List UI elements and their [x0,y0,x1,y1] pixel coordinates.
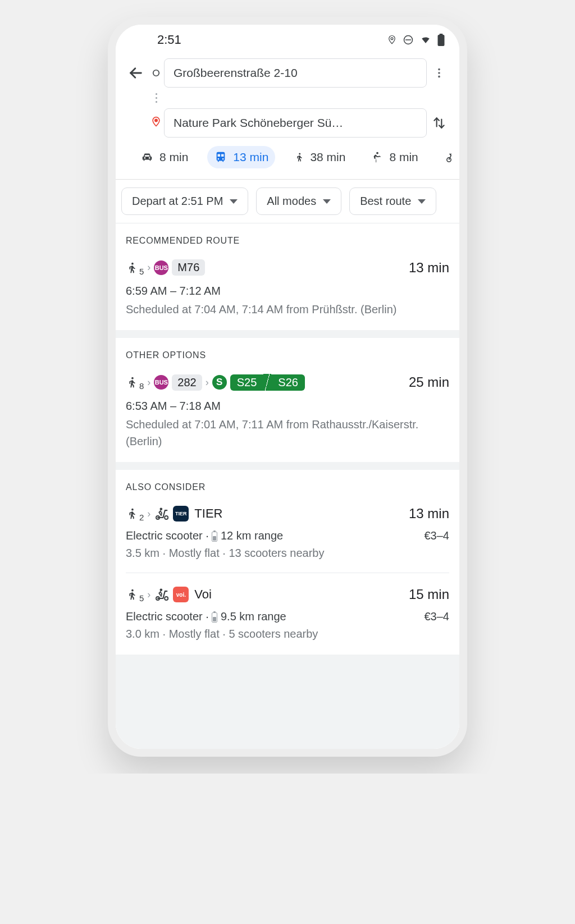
route-card[interactable]: 5 › voi. Voi 15 min Electric scooter · [116,573,459,655]
bus-icon: BUS [154,260,168,275]
chevron-icon: › [206,377,209,388]
section-recommended: RECOMMENDED ROUTE [116,223,459,254]
svg-point-10 [155,119,157,121]
mode-tab-car[interactable]: 8 min [134,146,195,168]
section-also: ALSO CONSIDER [116,470,459,500]
caret-icon [323,199,331,204]
svg-point-18 [131,509,134,511]
mode-tabs: 8 min 13 min 38 min 8 min [124,138,451,179]
route-duration: 25 min [409,374,449,390]
voi-logo-icon: voi. [173,587,189,602]
status-tray [387,34,445,46]
svg-point-9 [438,76,440,78]
walk-segment: 2 [126,506,144,521]
section-other: OTHER OPTIONS [116,338,459,368]
walk-minutes: 8 [139,381,144,391]
svg-point-16 [131,262,134,264]
route-detail: Scheduled at 7:01 AM, 7:11 AM from Ratha… [126,416,449,450]
svg-point-7 [438,68,440,71]
more-button[interactable] [427,61,451,85]
battery-level-icon [212,612,217,623]
route-steps: 5 › BUS M76 [126,259,205,276]
destination-icon [150,115,162,131]
route-steps: 8 › BUS 282 › S S25 S26 [126,374,305,391]
chevron-icon: › [147,377,150,388]
brand-name: Voi [194,587,212,602]
route-detail: 3.0 km · Mostly flat · 5 scooters nearby [126,625,399,642]
mode-ride-label: 8 min [389,150,418,164]
walk-minutes: 5 [139,267,144,276]
route-header: Großbeerenstraße 2-10 Nature Park Schöne… [116,55,459,179]
mode-tab-ride[interactable]: 8 min [364,145,425,169]
modes-chip[interactable]: All modes [256,187,341,215]
bus-icon: BUS [154,375,168,390]
modes-label: All modes [267,195,316,208]
svg-point-6 [153,70,159,76]
pref-chip[interactable]: Best route [349,187,436,215]
mode-transit-label: 13 min [233,150,268,164]
sbahn-line: S26 [271,374,305,391]
phone-frame: 2:51 Großbeerenstraße 2-10 [108,17,467,757]
origin-field[interactable]: Großbeerenstraße 2-10 [164,58,427,88]
scooter-icon [154,587,170,602]
route-steps: 5 › voi. Voi [126,587,212,602]
bus-line: M76 [172,259,205,276]
bus-line: 282 [172,374,202,391]
caret-icon [418,199,426,204]
wifi-icon [419,35,432,45]
chevron-icon: › [147,508,150,520]
mode-tab-transit[interactable]: 13 min [207,146,275,168]
svg-point-21 [160,508,163,511]
route-times: 6:59 AM – 7:12 AM [126,285,449,298]
screen: 2:51 Großbeerenstraße 2-10 [116,25,459,749]
swap-button[interactable] [427,111,451,135]
range: 9.5 km range [221,610,286,623]
filter-bar: Depart at 2:51 PM All modes Best route [116,180,459,223]
svg-point-8 [438,72,440,74]
route-times: 6:53 AM – 7:18 AM [126,400,449,413]
price: €3–4 [399,529,449,542]
route-card[interactable]: 2 › TIER TIER 13 min Electric scooter · [116,500,459,573]
brand-name: TIER [194,506,222,521]
caret-icon [230,199,238,204]
destination-field[interactable]: Nature Park Schöneberger Sü… [164,108,427,138]
vehicle-type: Electric scooter · [126,529,212,542]
svg-point-12 [377,152,379,154]
svg-point-11 [299,153,301,155]
dnd-icon [403,34,414,45]
svg-rect-3 [438,35,445,46]
sbahn-lines: S25 S26 [230,374,305,391]
destination-text: Nature Park Schöneberger Sü… [174,116,343,130]
status-bar: 2:51 [116,25,459,55]
route-steps: 2 › TIER TIER [126,506,222,522]
battery-icon [437,34,445,46]
tier-logo-icon: TIER [173,506,189,522]
svg-point-24 [165,597,168,600]
route-duration: 13 min [409,260,449,276]
mode-tab-walk[interactable]: 38 min [288,145,352,169]
svg-point-22 [131,589,134,592]
depart-label: Depart at 2:51 PM [132,195,223,208]
route-card[interactable]: 5 › BUS M76 13 min 6:59 AM – 7:12 AM Sch… [116,254,459,330]
range: 12 km range [221,529,283,542]
walk-minutes: 5 [139,593,144,603]
origin-icon [149,66,163,80]
sbahn-line: S25 [230,374,264,391]
scooter-icon [154,506,170,522]
mode-tab-bike[interactable] [437,147,451,168]
svg-point-17 [131,377,134,379]
chevron-icon: › [147,262,150,273]
svg-point-25 [160,589,163,592]
origin-text: Großbeerenstraße 2-10 [174,66,298,80]
svg-point-20 [165,516,168,519]
walk-segment: 8 [126,375,144,390]
mode-car-label: 8 min [159,150,188,164]
route-detail: Scheduled at 7:04 AM, 7:14 AM from Prühß… [126,301,449,318]
vehicle-type: Electric scooter · [126,610,212,623]
back-button[interactable] [124,61,148,85]
results-list[interactable]: RECOMMENDED ROUTE 5 › BUS M76 13 min 6:5… [116,223,459,749]
route-card[interactable]: 8 › BUS 282 › S S25 S26 25 min 6:53 AM –… [116,368,459,462]
walk-segment: 5 [126,587,144,602]
depart-chip[interactable]: Depart at 2:51 PM [121,187,248,215]
slash-icon [263,374,271,391]
